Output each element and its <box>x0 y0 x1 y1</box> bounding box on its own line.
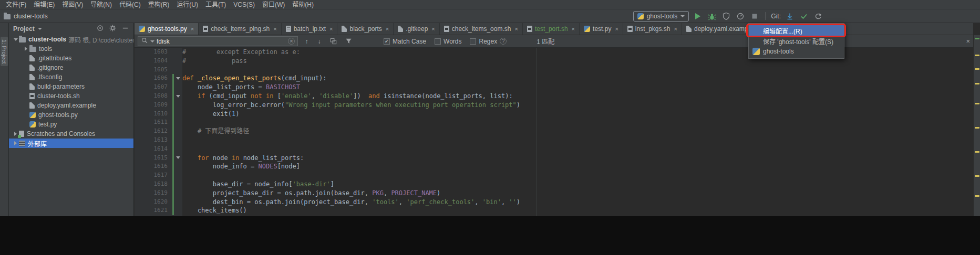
code-line[interactable]: 1606def _close_open_test_ports(cmd_input… <box>135 74 973 83</box>
filter-icon[interactable] <box>343 36 354 47</box>
code-line[interactable]: 1603# except Exception as e: <box>135 48 973 57</box>
menu-bar-item[interactable]: 运行(U) <box>173 0 202 9</box>
gear-icon[interactable] <box>109 24 117 34</box>
code-line[interactable]: 1612 # 下面是得到路径 <box>135 127 973 136</box>
tab-close-icon[interactable]: × <box>572 26 575 32</box>
tree-chevron[interactable] <box>23 47 29 51</box>
search-option[interactable]: Regex? <box>470 38 507 45</box>
editor-tab[interactable]: test_port.sh× <box>523 23 580 35</box>
tree-item[interactable]: Scratches and Consoles <box>9 129 133 139</box>
tree-item[interactable]: cluster-tools源码 根, D:\code\cluster-too <box>9 35 133 44</box>
editor-tab[interactable]: ghost-tools.py× <box>135 23 199 35</box>
close-search-icon[interactable]: × <box>966 37 970 45</box>
search-input[interactable] <box>157 38 286 45</box>
previous-match-icon[interactable]: ↑ <box>303 38 311 45</box>
tab-close-icon[interactable]: × <box>431 26 435 32</box>
code-line[interactable]: 1619 project_base_dir = os.path.join(bas… <box>135 189 973 198</box>
stop-button[interactable] <box>749 11 760 22</box>
tree-item[interactable]: deploy.yaml.example <box>9 101 133 110</box>
code-line[interactable]: 1616 node_info = NODES[node] <box>135 162 973 171</box>
stripe-mark[interactable] <box>975 83 979 84</box>
menu-bar-item[interactable]: 视图(V) <box>58 0 87 9</box>
run-config-combo[interactable]: ghost-tools <box>633 11 689 22</box>
tree-item[interactable]: .gitignore <box>9 63 133 72</box>
tree-item[interactable]: 外部库 <box>9 139 133 148</box>
code-line[interactable]: 1620 dest_bin = os.path.join(project_bas… <box>135 198 973 207</box>
checkbox[interactable]: ✓ <box>384 38 390 45</box>
context-menu-item[interactable]: 保存 'ghost-tools' 配置(S) <box>749 36 844 46</box>
code-line[interactable]: 1610 exit(1) <box>135 110 973 119</box>
project-panel-title[interactable]: Project <box>13 25 35 33</box>
locate-icon[interactable] <box>96 24 104 34</box>
menu-bar-item[interactable]: 工具(T) <box>202 0 230 9</box>
search-option[interactable]: ✓Match Case <box>384 38 426 45</box>
code-line[interactable]: 1605 <box>135 66 973 75</box>
menu-bar-item[interactable]: 窗口(W) <box>259 0 288 9</box>
coverage-button[interactable] <box>721 11 731 22</box>
tab-close-icon[interactable]: × <box>386 26 389 32</box>
code-line[interactable]: 1607 node_list_ports = BASICHOST <box>135 83 973 92</box>
tree-chevron[interactable] <box>12 38 19 41</box>
fold-region[interactable] <box>174 154 182 163</box>
menu-bar-item[interactable]: 导航(N) <box>87 0 116 9</box>
tree-item[interactable]: build-parameters <box>9 82 133 91</box>
menu-bar-item[interactable]: VCS(S) <box>230 0 259 9</box>
chevron-down-icon[interactable] <box>38 28 42 30</box>
tab-close-icon[interactable]: × <box>329 26 333 32</box>
stripe-mark[interactable] <box>975 55 979 56</box>
code-line[interactable]: 1608 if (cmd_input not in ['enable', 'di… <box>135 92 973 101</box>
search-field[interactable]: × <box>138 36 298 46</box>
fold-region[interactable] <box>174 92 182 101</box>
code-line[interactable]: 1614 <box>135 145 973 154</box>
checkbox[interactable] <box>470 38 476 45</box>
commit-button[interactable] <box>799 11 809 22</box>
error-stripe[interactable] <box>973 35 980 216</box>
code-line[interactable]: 1618 base_dir = node_info['base-dir'] <box>135 180 973 189</box>
stripe-mark[interactable] <box>975 195 979 197</box>
fold-region[interactable] <box>174 74 182 83</box>
code-line[interactable]: 1615 for node in node_list_ports: <box>135 154 973 163</box>
select-all-occurrences-icon[interactable] <box>328 36 338 47</box>
code-line[interactable]: 1609 log_error_bc.error("Wrong input par… <box>135 101 973 110</box>
tree-item[interactable]: .lfsconfig <box>9 72 133 82</box>
menu-bar-item[interactable]: 重构(R) <box>145 0 173 9</box>
code-line[interactable]: 1621 check_items() <box>135 206 973 215</box>
tree-chevron[interactable] <box>12 141 19 145</box>
stripe-mark[interactable] <box>975 151 979 153</box>
editor-tab[interactable]: test.py× <box>580 23 623 35</box>
tab-close-icon[interactable]: × <box>615 26 618 32</box>
update-project-button[interactable] <box>785 11 795 22</box>
stripe-mark[interactable] <box>975 68 979 70</box>
profiler-button[interactable] <box>735 11 746 22</box>
tab-close-icon[interactable]: × <box>674 26 677 32</box>
search-option[interactable]: Words <box>435 38 461 45</box>
code-line[interactable]: 1611 <box>135 118 973 127</box>
revert-button[interactable] <box>813 11 823 22</box>
editor-tab[interactable]: check_items_oom.sh× <box>440 23 523 35</box>
menu-bar-item[interactable]: 帮助(H) <box>288 0 317 9</box>
stripe-mark[interactable] <box>975 175 979 177</box>
editor-tab[interactable]: black_ports× <box>337 23 394 35</box>
tree-item[interactable]: test.py <box>9 120 133 129</box>
next-match-icon[interactable]: ↓ <box>315 38 323 45</box>
debug-button[interactable] <box>707 11 717 22</box>
menu-bar-item[interactable]: 代码(C) <box>116 0 145 9</box>
help-icon[interactable]: ? <box>500 38 507 45</box>
tab-close-icon[interactable]: × <box>191 26 194 32</box>
tree-item[interactable]: cluster-tools.sh <box>9 91 133 101</box>
context-menu-item[interactable]: 编辑配置...(R) <box>749 25 844 36</box>
stripe-mark[interactable] <box>975 38 979 39</box>
tree-item[interactable]: ghost-tools.py <box>9 110 133 120</box>
tab-close-icon[interactable]: × <box>514 26 518 32</box>
tree-item[interactable]: .gitattributes <box>9 54 133 63</box>
code-line[interactable]: 1604# pass <box>135 57 973 66</box>
menu-bar-item[interactable]: 编辑(E) <box>30 0 58 9</box>
stripe-mark[interactable] <box>975 103 979 104</box>
search-history-chevron-icon[interactable] <box>150 40 154 42</box>
checkbox[interactable] <box>435 38 441 45</box>
stripe-mark[interactable] <box>975 127 979 129</box>
tree-item[interactable]: tools <box>9 44 133 54</box>
code-line[interactable]: 1613 <box>135 136 973 145</box>
editor-tab[interactable]: batch_ip.txt× <box>282 23 338 35</box>
tab-close-icon[interactable]: × <box>273 26 276 32</box>
